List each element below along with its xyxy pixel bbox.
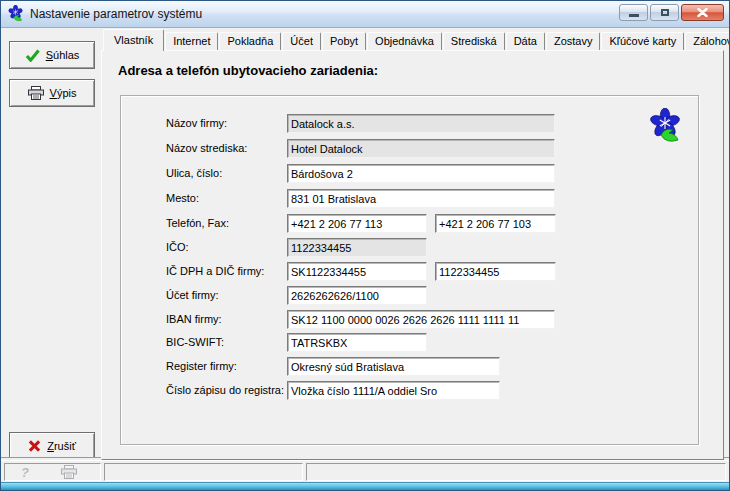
tab-control: Vlastník Internet Pokladňa Účet Pobyt Ob… <box>101 29 724 460</box>
form-row: Účet firmy: <box>121 286 698 305</box>
ic-dph-field[interactable] <box>287 262 427 281</box>
restore-icon <box>661 9 669 16</box>
field-label-nazov-strediska: Názov strediska: <box>166 142 247 154</box>
printer-icon <box>61 465 77 479</box>
statusbar-icons-panel: ? <box>4 463 101 481</box>
cancel-button[interactable]: Zrušiť <box>9 432 95 460</box>
restore-button[interactable] <box>650 4 679 21</box>
print-button-label: Výpis <box>50 87 77 99</box>
field-label-iban: IBAN firmy: <box>166 313 222 325</box>
x-icon <box>28 440 41 452</box>
field-label-mesto: Mesto: <box>166 192 199 204</box>
statusbar: ? <box>1 460 729 483</box>
form-row: IČ DPH a DIČ firmy: <box>121 262 698 281</box>
iban-field[interactable] <box>287 310 555 329</box>
tab-vlastnik[interactable]: Vlastník <box>103 29 164 51</box>
nazov-firmy-field[interactable] <box>287 114 555 133</box>
nazov-strediska-field[interactable] <box>287 139 555 158</box>
form-row: Telefón, Fax: <box>121 214 698 233</box>
field-label-nazov-firmy: Názov firmy: <box>166 117 227 129</box>
form-row: Názov strediska: <box>121 139 698 158</box>
page-title: Adresa a telefón ubytovacieho zariadenia… <box>118 63 378 78</box>
tab-zalohovanie[interactable]: Zálohovanie <box>685 32 730 50</box>
question-mark-icon: ? <box>21 465 29 480</box>
cancel-button-label: Zrušiť <box>47 440 76 452</box>
window-controls <box>619 4 724 21</box>
field-label-register-firmy: Register firmy: <box>166 360 237 372</box>
mesto-field[interactable] <box>287 189 555 208</box>
field-label-ico: IČO: <box>166 241 189 253</box>
tab-objednavka[interactable]: Objednávka <box>367 32 442 50</box>
field-label-cislo-zapisu: Číslo zápisu do registra: <box>166 384 284 396</box>
cislo-zapisu-field[interactable] <box>287 381 500 400</box>
dic-field[interactable] <box>435 262 556 281</box>
tab-internet[interactable]: Internet <box>165 32 218 50</box>
form-row: Register firmy: <box>121 357 698 376</box>
minimize-icon <box>629 14 639 17</box>
form-row: BIC-SWIFT: <box>121 333 698 352</box>
agree-button-label: Súhlas <box>46 49 80 61</box>
form-row: Číslo zápisu do registra: <box>121 381 698 400</box>
tab-bar: Vlastník Internet Pokladňa Účet Pobyt Ob… <box>103 29 724 50</box>
settings-dialog: Nastavenie parametrov systému Súhlas Výp… <box>0 0 730 491</box>
tab-zostavy[interactable]: Zostavy <box>546 32 601 50</box>
statusbar-panel <box>104 463 303 481</box>
tab-page-vlastnik: Adresa a telefón ubytovacieho zariadenia… <box>101 50 724 460</box>
tab-ucet[interactable]: Účet <box>282 32 321 50</box>
ulica-field[interactable] <box>287 164 555 183</box>
titlebar[interactable]: Nastavenie parametrov systému <box>1 1 729 28</box>
tab-pokladna[interactable]: Pokladňa <box>219 32 281 50</box>
statusbar-panel <box>306 463 726 481</box>
tab-pobyt[interactable]: Pobyt <box>322 32 366 50</box>
telefon-field[interactable] <box>287 214 427 233</box>
bic-swift-field[interactable] <box>287 333 427 352</box>
field-label-ucet-firmy: Účet firmy: <box>166 289 219 301</box>
ucet-firmy-field[interactable] <box>287 286 427 305</box>
window-title: Nastavenie parametrov systému <box>30 7 202 21</box>
address-group-box: Názov firmy: Názov strediska: Ulica, čís… <box>120 95 699 445</box>
tab-data[interactable]: Dáta <box>506 32 545 50</box>
flower-icon <box>648 108 684 146</box>
window-bottom-border <box>1 482 729 490</box>
field-label-ic-dph-dic: IČ DPH a DIČ firmy: <box>166 265 264 277</box>
close-button[interactable] <box>681 4 724 21</box>
form-row: Mesto: <box>121 189 698 208</box>
minimize-button[interactable] <box>619 4 648 21</box>
form-row: IČO: <box>121 238 698 257</box>
field-label-bic-swift: BIC-SWIFT: <box>166 336 224 348</box>
ico-field[interactable] <box>287 238 427 257</box>
print-button[interactable]: Výpis <box>9 79 95 107</box>
register-firmy-field[interactable] <box>287 357 500 376</box>
form-row: IBAN firmy: <box>121 310 698 329</box>
fax-field[interactable] <box>435 214 556 233</box>
close-icon <box>697 8 708 17</box>
field-label-ulica: Ulica, číslo: <box>166 167 222 179</box>
field-label-telefon-fax: Telefón, Fax: <box>166 217 229 229</box>
check-icon <box>25 49 40 62</box>
tab-klucove-karty[interactable]: Kľúčové karty <box>601 32 684 50</box>
tab-strediska[interactable]: Strediská <box>443 32 505 50</box>
form-row: Názov firmy: <box>121 114 698 133</box>
agree-button[interactable]: Súhlas <box>9 41 95 69</box>
flower-icon <box>7 5 25 23</box>
printer-icon <box>28 86 44 100</box>
form-row: Ulica, číslo: <box>121 164 698 183</box>
